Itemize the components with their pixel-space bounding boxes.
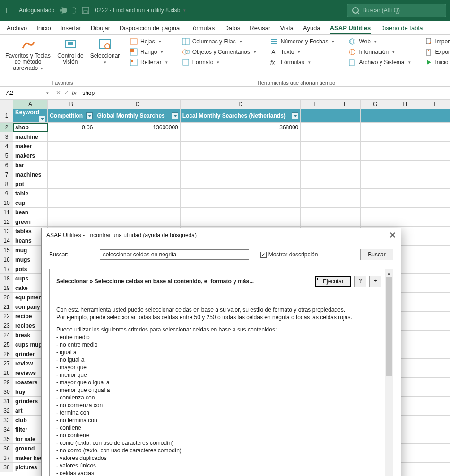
cell[interactable] [360, 179, 390, 189]
cell[interactable] [301, 132, 330, 142]
col-header-I[interactable]: I [420, 100, 450, 109]
row-header[interactable]: 19 [0, 283, 13, 293]
row-header[interactable]: 25 [0, 340, 13, 349]
filter-icon[interactable] [292, 112, 298, 119]
import-menu[interactable]: Importar▾ [423, 38, 450, 45]
cell[interactable] [360, 170, 390, 179]
cell[interactable]: 13600000 [95, 123, 180, 132]
row-header[interactable]: 30 [0, 387, 13, 397]
cell[interactable] [48, 179, 95, 189]
cell[interactable] [95, 170, 180, 179]
cell[interactable] [180, 132, 301, 142]
cell[interactable] [420, 208, 450, 217]
col-header-E[interactable]: E [301, 100, 330, 109]
row-header[interactable]: 16 [0, 255, 13, 264]
cell[interactable]: cup [13, 198, 48, 208]
cell[interactable] [330, 151, 360, 161]
cell[interactable] [420, 434, 450, 444]
formula-input[interactable]: shop [79, 90, 95, 96]
row-header[interactable]: 14 [0, 236, 13, 246]
cell[interactable] [301, 170, 330, 179]
start-menu[interactable]: Inicio▾ [423, 59, 450, 66]
cell[interactable] [420, 142, 450, 151]
cell[interactable] [330, 132, 360, 142]
cell[interactable] [360, 208, 390, 217]
filter-icon[interactable] [172, 112, 178, 119]
select-all-corner[interactable] [0, 100, 13, 109]
cell[interactable] [360, 151, 390, 161]
cell[interactable]: 0,06 [48, 123, 95, 132]
cell[interactable] [48, 170, 95, 179]
objects-comments-menu[interactable]: Objetos y Comentarios▾ [180, 48, 258, 56]
tab-asap-utilities[interactable]: ASAP Utilities [330, 25, 371, 34]
cell[interactable] [301, 151, 330, 161]
tab-formulas[interactable]: Fórmulas [189, 25, 215, 34]
cell[interactable] [330, 208, 360, 217]
cell[interactable] [330, 161, 360, 170]
cell[interactable] [390, 123, 420, 132]
cell[interactable]: table [13, 189, 48, 198]
row-header[interactable]: 21 [0, 302, 13, 312]
cell[interactable] [95, 198, 180, 208]
cell[interactable] [420, 416, 450, 425]
dialog-titlebar[interactable]: ASAP Utilities - Encontrar una utilidad … [42, 228, 401, 242]
cell[interactable] [420, 425, 450, 434]
cell[interactable] [180, 208, 301, 217]
row-header[interactable]: 22 [0, 312, 13, 321]
cell[interactable] [420, 444, 450, 453]
cell[interactable] [420, 359, 450, 368]
cell[interactable] [330, 142, 360, 151]
cell[interactable] [360, 132, 390, 142]
cell[interactable] [301, 198, 330, 208]
name-box[interactable]: A2▾ [4, 88, 51, 98]
table-header-cell[interactable]: Global Monthly Searches [95, 109, 180, 123]
row-header[interactable]: 17 [0, 264, 13, 274]
cell[interactable] [180, 198, 301, 208]
row-header[interactable]: 33 [0, 416, 13, 425]
cell[interactable]: shop [13, 123, 48, 132]
add-favorite-button[interactable]: + [369, 276, 381, 287]
vision-control-button[interactable]: Control de visión [55, 37, 86, 76]
close-icon[interactable]: ✕ [389, 230, 396, 240]
row-header[interactable]: 7 [0, 170, 13, 179]
cell[interactable] [390, 179, 420, 189]
cell[interactable]: machines [13, 170, 48, 179]
file-system-menu[interactable]: Archivo y Sistema▾ [346, 59, 412, 66]
cell[interactable] [420, 227, 450, 236]
row-header[interactable]: 18 [0, 274, 13, 283]
row-header[interactable]: 20 [0, 293, 13, 302]
favorites-button[interactable]: Favoritos y Teclas de método abreviado ▾ [3, 37, 53, 76]
cell[interactable] [95, 132, 180, 142]
cell[interactable]: machine [13, 132, 48, 142]
cell[interactable] [420, 161, 450, 170]
col-header-H[interactable]: H [390, 100, 420, 109]
tab-archivo[interactable]: Archivo [7, 25, 27, 34]
row-header[interactable]: 28 [0, 368, 13, 378]
cell[interactable] [330, 179, 360, 189]
cell[interactable] [301, 208, 330, 217]
cell[interactable] [420, 378, 450, 387]
fx-icon[interactable]: fx [72, 89, 77, 96]
cell[interactable] [360, 123, 390, 132]
cell[interactable] [48, 132, 95, 142]
cell[interactable] [420, 331, 450, 340]
cell[interactable] [301, 179, 330, 189]
row-header[interactable]: 23 [0, 321, 13, 331]
cell[interactable] [48, 198, 95, 208]
columns-rows-menu[interactable]: Columnas y Filas▾ [180, 38, 258, 45]
row-header[interactable]: 1 [0, 109, 13, 123]
row-header[interactable]: 38 [0, 463, 13, 472]
cell[interactable] [420, 293, 450, 302]
cell[interactable] [420, 246, 450, 255]
cell[interactable] [420, 198, 450, 208]
cell[interactable] [48, 208, 95, 217]
cell[interactable] [180, 189, 301, 198]
row-header[interactable]: 3 [0, 132, 13, 142]
numbers-dates-menu[interactable]: Números y Fechas▾ [268, 38, 337, 45]
cell[interactable] [360, 142, 390, 151]
row-header[interactable]: 9 [0, 189, 13, 198]
row-header[interactable]: 27 [0, 359, 13, 368]
cell[interactable] [390, 132, 420, 142]
export-menu[interactable]: Exportar▾ [423, 48, 450, 56]
cell[interactable] [360, 217, 390, 227]
